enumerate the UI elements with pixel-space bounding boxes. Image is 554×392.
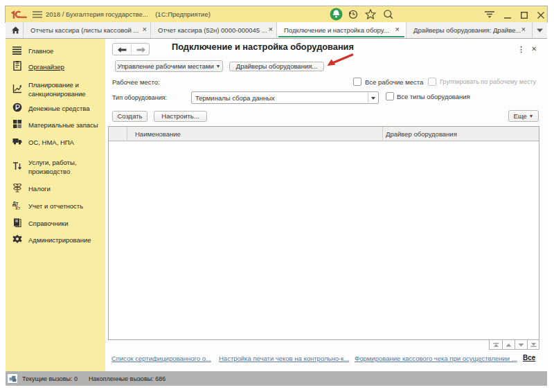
svg-text:Кт: Кт [15, 206, 21, 210]
